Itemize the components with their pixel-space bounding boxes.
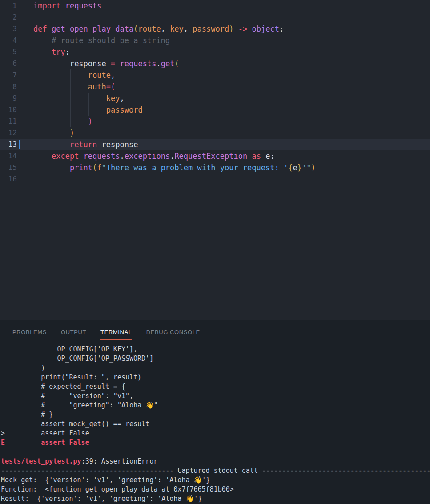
code-token: . [120,152,125,161]
code-token [33,59,70,68]
code-token: : [279,24,284,33]
line-number[interactable]: 16 [0,173,17,185]
code-line[interactable]: 7 route, [0,69,430,81]
line-number[interactable]: 3 [0,23,17,35]
code-token [33,82,88,91]
terminal-text: # "version": "v1", [1,392,133,400]
terminal-line: OP_CONFIG['OP_KEY'], [1,345,430,354]
terminal-line: Mock_get: {'version': 'v1', 'greeting': … [1,476,430,485]
code-line[interactable]: 3def get_open_play_data(route, key, pass… [0,23,430,35]
code-token: f [97,163,101,172]
code-token: except [52,152,79,161]
terminal-line: # "version": "v1", [1,391,430,401]
tab-output[interactable]: OUTPUT [61,329,86,340]
code-token [33,129,70,137]
line-number[interactable]: 14 [0,150,17,162]
code-line-text: ) [33,127,74,139]
line-number[interactable]: 10 [0,104,17,116]
line-number[interactable]: 5 [0,46,17,58]
terminal-text: '} [194,495,202,503]
code-token: get_open_play_data [52,24,133,33]
code-line[interactable]: 6 response = requests.get( [0,58,430,69]
code-token: response [70,59,106,68]
terminal-line: ----------------------------------------… [1,466,430,476]
code-line[interactable]: 15 print(f"There was a problem with your… [0,162,430,173]
terminal-text: print("Result: ", result) [1,373,141,381]
code-line[interactable]: 9 key, [0,93,430,104]
code-token [247,24,252,33]
code-line[interactable]: 16 [0,173,430,185]
code-line[interactable]: 13 return response [0,139,430,150]
code-token [47,24,52,33]
code-line[interactable]: 2 [0,12,430,23]
code-line-text: auth=( [33,81,115,93]
line-number[interactable]: 2 [0,12,17,23]
code-token: exceptions [125,152,170,161]
code-token [33,71,88,80]
code-token: route [88,71,111,80]
code-line[interactable]: 4 # route should be a string [0,35,430,46]
line-number[interactable]: 9 [0,93,17,104]
code-line-text: # route should be a string [33,35,170,46]
code-line[interactable]: 5 try: [0,46,430,58]
code-token [33,48,52,56]
code-token: route [138,24,161,33]
terminal-text: Function: <function get_open_play_data a… [1,485,234,493]
terminal-text: ) [1,364,45,372]
code-line-text: route, [33,69,115,81]
terminal-text: :39: AssertionError [81,457,158,465]
terminal-line: ) [1,363,430,373]
code-token: password [106,105,143,114]
code-token: password [193,24,229,33]
code-token: , [111,71,115,80]
terminal-output[interactable]: OP_CONFIG['OP_KEY'], OP_CONFIG['OP_PASSW… [0,345,430,504]
code-line-text: try: [33,46,70,58]
terminal-line: E assert False [1,438,430,448]
line-number[interactable]: 13 [0,139,17,150]
code-line[interactable]: 11 ) [0,116,430,127]
code-editor[interactable]: 1import requests23def get_open_play_data… [0,0,430,320]
code-token: requests [84,152,120,161]
code-token: def [33,24,47,33]
code-token: -> [238,24,247,33]
code-token [79,152,83,161]
terminal-line [1,448,430,457]
tab-terminal[interactable]: TERMINAL [100,329,132,340]
code-line-text: print(f"There was a problem with your re… [33,162,316,173]
line-number[interactable]: 11 [0,116,17,127]
line-number[interactable]: 15 [0,162,17,173]
code-token: requests [120,59,157,68]
code-token: e [293,163,297,172]
code-line[interactable]: 10 password [0,104,430,116]
code-token: object [252,24,279,33]
tab-debug-console[interactable]: DEBUG CONSOLE [146,329,200,340]
code-token: . [170,152,174,161]
cursor-indicator [19,140,20,149]
code-token [33,105,106,114]
line-number[interactable]: 6 [0,58,17,69]
line-number[interactable]: 8 [0,81,17,93]
line-number[interactable]: 12 [0,127,17,139]
code-line[interactable]: 1import requests [0,0,430,12]
line-number[interactable]: 7 [0,69,17,81]
code-token: = [106,82,111,91]
code-token: e [265,152,270,161]
terminal-text: E assert False [1,439,89,447]
code-token [115,59,120,68]
line-number[interactable]: 4 [0,35,17,46]
code-token [97,140,101,149]
code-token: get [161,59,175,68]
code-token: , [161,24,170,33]
code-token: auth [88,82,106,91]
code-line[interactable]: 14 except requests.exceptions.RequestExc… [0,150,430,162]
code-rows: 1import requests23def get_open_play_data… [0,0,430,185]
code-token: response [102,140,138,149]
tab-problems[interactable]: PROBLEMS [12,329,47,340]
code-line[interactable]: 12 ) [0,127,430,139]
code-line-text: response = requests.get( [33,58,179,69]
terminal-line: # expected_result = { [1,382,430,391]
code-line[interactable]: 8 auth=( [0,81,430,93]
line-number[interactable]: 1 [0,0,17,12]
terminal-text: > assert False [1,429,89,437]
terminal-line: # } [1,410,430,419]
